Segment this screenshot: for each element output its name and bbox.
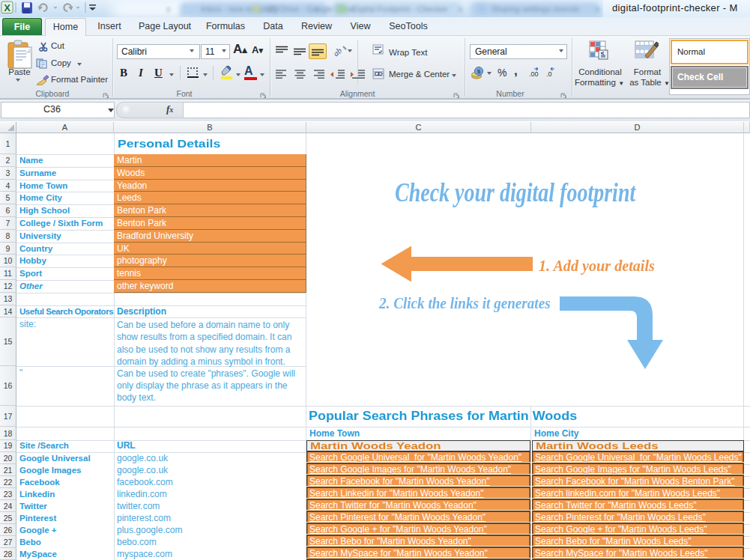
svg-text:.0: .0: [546, 70, 552, 78]
svg-text:$: $: [477, 68, 481, 75]
svg-text:.00: .00: [529, 70, 539, 78]
svg-text:ab: ab: [333, 46, 344, 58]
svg-text:X: X: [4, 2, 10, 13]
